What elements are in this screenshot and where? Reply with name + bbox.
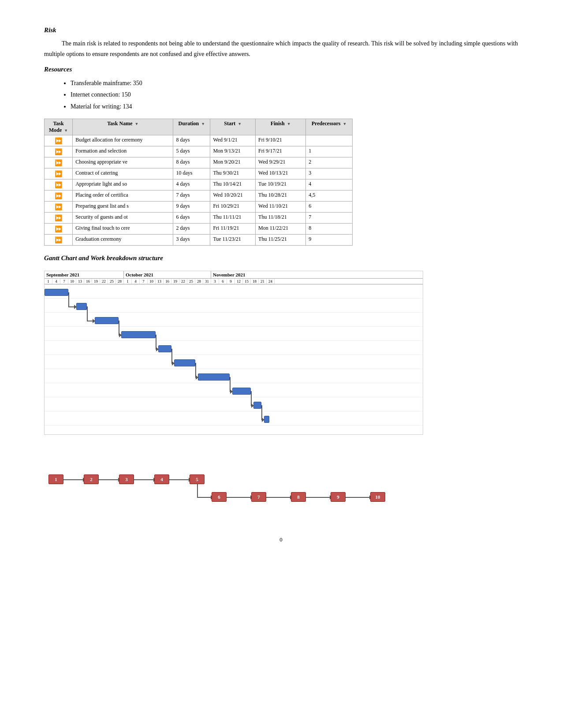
task-name: Contract of catering	[73, 168, 173, 179]
task-predecessors: 7	[306, 213, 353, 224]
task-start: Fri 11/19/21	[210, 224, 256, 235]
gantt-day-label: 10	[148, 279, 156, 284]
task-duration: 9 days	[173, 202, 210, 213]
gantt-body	[45, 284, 423, 434]
list-item: Transferable mainframe: 350	[71, 78, 518, 90]
task-table: TaskMode ▼ Task Name ▼ Duration ▼ Start …	[44, 119, 353, 246]
col-header-pred: Predecessors ▼	[306, 119, 353, 135]
wbs-node: 9	[331, 492, 346, 502]
task-duration: 4 days	[173, 179, 210, 190]
task-finish: Thu 11/18/21	[256, 213, 306, 224]
task-start: Thu 10/14/21	[210, 179, 256, 190]
task-name: Security of guests and ot	[73, 213, 173, 224]
gantt-day-label: 25	[187, 279, 195, 284]
gantt-day-label: 13	[76, 279, 84, 284]
gantt-bar	[174, 359, 195, 366]
gantt-day-label: 31	[203, 279, 211, 284]
wbs-arrow-line	[227, 497, 250, 498]
task-finish: Fri 9/10/21	[256, 135, 306, 146]
task-name: Appropriate light and so	[73, 179, 173, 190]
task-predecessors: 9	[306, 235, 353, 246]
gantt-bar	[95, 317, 119, 324]
gantt-bar	[264, 416, 269, 423]
task-duration: 3 days	[173, 235, 210, 246]
task-duration: 10 days	[173, 168, 210, 179]
col-header-duration: Duration ▼	[173, 119, 210, 135]
gantt-row-bg	[45, 286, 423, 299]
gantt-day-label: 15	[243, 279, 251, 284]
wbs-diagram: 12345678910	[44, 448, 423, 519]
task-predecessors: 2	[306, 157, 353, 168]
task-name: Preparing guest list and s	[73, 202, 173, 213]
col-header-finish: Finish ▼	[256, 119, 306, 135]
gantt-day-label: 19	[171, 279, 179, 284]
wbs-arrow-line	[266, 497, 290, 498]
gantt-header: September 2021 October 2021 November 202…	[45, 271, 423, 279]
gantt-row-bg	[45, 300, 423, 313]
gantt-row-bg	[45, 413, 423, 426]
gantt-day-label: 16	[84, 279, 92, 284]
task-start: Thu 11/11/21	[210, 213, 256, 224]
task-finish: Mon 11/22/21	[256, 224, 306, 235]
wbs-arrow-line	[306, 497, 330, 498]
gantt-row-bg	[45, 329, 423, 341]
resources-heading: Resources	[44, 66, 518, 73]
task-mode-icon: ⏩	[45, 213, 73, 224]
wbs-node: 4	[154, 474, 169, 484]
wbs-connector-v	[197, 484, 198, 497]
gantt-day-label: 6	[219, 279, 227, 284]
task-predecessors: 6	[306, 202, 353, 213]
task-finish: Thu 11/25/21	[256, 235, 306, 246]
wbs-node: 3	[119, 474, 134, 484]
gantt-day-label: 3	[211, 279, 219, 284]
task-finish: Wed 9/29/21	[256, 157, 306, 168]
gantt-bar	[253, 402, 261, 409]
task-start: Wed 9/1/21	[210, 135, 256, 146]
gantt-bar	[158, 345, 171, 352]
month-sep: September 2021	[45, 271, 124, 278]
task-start: Tue 11/23/21	[210, 235, 256, 246]
gantt-day-label: 22	[100, 279, 108, 284]
gantt-day-label: 13	[156, 279, 164, 284]
risk-section: Risk The main risk is related to respond…	[44, 26, 518, 60]
task-duration: 8 days	[173, 135, 210, 146]
gantt-day-label: 7	[60, 279, 68, 284]
task-start: Mon 9/13/21	[210, 146, 256, 157]
gantt-caption: Gantt Chart and Work breakdown structure	[44, 254, 518, 262]
risk-body: The main risk is related to respondents …	[44, 38, 518, 60]
task-table-wrapper: TaskMode ▼ Task Name ▼ Duration ▼ Start …	[44, 119, 518, 246]
col-header-start: Start ▼	[210, 119, 256, 135]
task-predecessors: 4	[306, 179, 353, 190]
task-name: Graduation ceremony	[73, 235, 173, 246]
gantt-day-label: 16	[164, 279, 171, 284]
task-finish: Wed 10/13/21	[256, 168, 306, 179]
task-mode-icon: ⏩	[45, 224, 73, 235]
gantt-day-label: 9	[227, 279, 235, 284]
gantt-day-label: 21	[259, 279, 267, 284]
gantt-day-label: 10	[68, 279, 76, 284]
task-mode-icon: ⏩	[45, 157, 73, 168]
gantt-day-label: 28	[195, 279, 203, 284]
gantt-row-bg	[45, 343, 423, 355]
gantt-day-label: 18	[251, 279, 259, 284]
task-mode-icon: ⏩	[45, 202, 73, 213]
task-mode-icon: ⏩	[45, 235, 73, 246]
gantt-day-label: 7	[140, 279, 148, 284]
gantt-section: September 2021 October 2021 November 202…	[44, 271, 518, 519]
col-header-mode: TaskMode ▼	[45, 119, 73, 135]
wbs-node: 7	[251, 492, 266, 502]
task-predecessors: 4,5	[306, 190, 353, 202]
task-name: Placing order of certifica	[73, 190, 173, 202]
task-duration: 7 days	[173, 190, 210, 202]
gantt-day-label: 22	[179, 279, 187, 284]
task-predecessors: 8	[306, 224, 353, 235]
gantt-row-bg	[45, 357, 423, 369]
gantt-day-label: 1	[124, 279, 132, 284]
task-name: Formation and selection	[73, 146, 173, 157]
wbs-node: 8	[291, 492, 306, 502]
wbs-node: 5	[190, 474, 205, 484]
gantt-bar	[232, 388, 251, 395]
resources-list: Transferable mainframe: 350 Internet con…	[71, 78, 518, 113]
wbs-node: 2	[84, 474, 99, 484]
page-number: 0	[44, 536, 518, 543]
